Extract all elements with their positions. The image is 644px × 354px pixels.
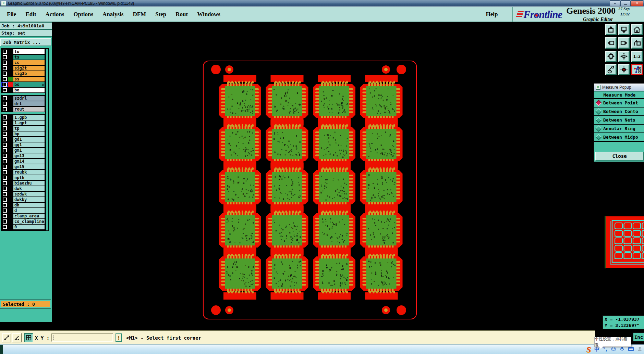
layer-row-drl[interactable]: drl <box>1 101 45 106</box>
layer-checkbox-clamp_area[interactable] <box>1 214 8 218</box>
layer-swatch-0[interactable] <box>8 225 13 229</box>
measure-popup-titlebar[interactable]: × Measure Popup <box>594 84 644 91</box>
net-highlight-button[interactable] <box>631 64 643 75</box>
menu-edit[interactable]: Edit <box>25 11 36 18</box>
layer-name-biaozhu[interactable]: biaozhu <box>13 181 45 186</box>
layer-row-szdwk[interactable]: szdwk <box>1 192 45 197</box>
layer-name-sig3b[interactable]: sig3b <box>13 71 45 76</box>
layer-row-cs_clampline[interactable]: cs_clampline <box>1 219 45 224</box>
home-view-button[interactable] <box>631 24 643 35</box>
overview-minimap[interactable] <box>605 212 644 271</box>
layer-swatch-gg1[interactable] <box>8 142 13 147</box>
layer-name-ss[interactable]: ss <box>13 77 45 81</box>
angle-measure-button[interactable] <box>12 333 22 342</box>
layer-checkbox-dwk[interactable] <box>1 186 8 191</box>
close-button[interactable]: × <box>631 0 643 6</box>
zoom-ratio-button[interactable]: 1:2 <box>631 51 643 62</box>
layer-checkbox-bs[interactable] <box>1 82 8 87</box>
layer-checkbox-gm1[interactable] <box>1 148 8 153</box>
layer-checkbox-sig3b[interactable] <box>1 71 8 76</box>
layer-swatch-gd1[interactable] <box>8 137 13 142</box>
zoom-out-button[interactable] <box>618 24 630 35</box>
measure-close-button[interactable]: Close <box>595 152 644 161</box>
layer-row-to[interactable]: to <box>1 49 45 54</box>
layer-row-dwk[interactable]: dwk <box>1 186 45 191</box>
layer-name-clamp_area[interactable]: clamp_area <box>13 214 45 218</box>
pcb-panel-canvas[interactable]: ccc0D8nD8cnDc0co08ccco8oco0coc0cno0n8n80… <box>202 60 418 321</box>
layer-checkbox-gd1[interactable] <box>1 137 8 142</box>
layer-name-1.gpt[interactable]: 1.gpt <box>13 121 45 125</box>
radio-diamond-icon[interactable] <box>595 134 602 140</box>
zoom-extents-button[interactable] <box>605 51 617 62</box>
layer-checkbox-npth[interactable] <box>1 175 8 180</box>
layer-checkbox-ts[interactable] <box>1 55 8 60</box>
layer-swatch-dwkby[interactable] <box>8 197 13 202</box>
layer-checkbox-gg1[interactable] <box>1 142 8 147</box>
layer-swatch-ts[interactable] <box>8 55 13 60</box>
layer-row-tp[interactable]: tp <box>1 126 45 131</box>
zoom-in-button[interactable] <box>605 24 617 35</box>
layer-list-scrollbar[interactable] <box>45 49 48 230</box>
layer-swatch-roubk[interactable] <box>8 170 13 175</box>
layer-row-0[interactable]: 0 <box>1 225 45 229</box>
layer-row-sig3b[interactable]: sig3b <box>1 71 45 76</box>
minimize-button[interactable]: – <box>610 0 620 6</box>
layer-checkbox-sig2t[interactable] <box>1 66 8 71</box>
radio-diamond-icon[interactable] <box>595 125 602 131</box>
layer-row-gm14[interactable]: gm14 <box>1 159 45 164</box>
layer-name-gm1[interactable]: gm1 <box>13 148 45 153</box>
layer-row-bs[interactable]: bs⊞ <box>1 82 45 87</box>
radio-diamond-icon[interactable] <box>595 108 602 114</box>
layer-name-dh[interactable]: dh <box>13 203 45 207</box>
layer-checkbox-to[interactable] <box>1 49 8 54</box>
xy-input[interactable] <box>51 333 113 342</box>
measure-option-2[interactable]: Between Nets <box>594 116 644 125</box>
select-mode-button[interactable] <box>2 333 11 342</box>
layer-swatch-1.gpb[interactable] <box>8 115 13 120</box>
layer-checkbox-cs_clampline[interactable] <box>1 219 8 224</box>
layer-name-dwk[interactable]: dwk <box>13 186 45 191</box>
grid-snap-button[interactable] <box>24 333 33 342</box>
layer-row-d[interactable]: d <box>1 208 45 213</box>
layer-swatch-d[interactable] <box>8 208 13 213</box>
layer-name-rout[interactable]: rout <box>13 107 45 112</box>
layer-name-drl[interactable]: drl <box>13 101 45 106</box>
inc-button[interactable]: Inc <box>633 332 644 342</box>
layer-name-0[interactable]: 0 <box>13 225 45 229</box>
layer-swatch-npth[interactable] <box>8 175 13 180</box>
layer-checkbox-gm13[interactable] <box>1 153 8 158</box>
layer-checkbox-cs[interactable] <box>1 60 8 65</box>
layer-swatch-dwk[interactable] <box>8 186 13 191</box>
layer-name-npth[interactable]: npth <box>13 175 45 180</box>
zoom-center-button[interactable] <box>618 51 630 62</box>
layer-swatch-tp[interactable] <box>8 126 13 131</box>
layer-swatch-dh[interactable] <box>8 203 13 207</box>
layer-name-szdrl[interactable]: szdrl <box>13 96 45 101</box>
layer-name-bp[interactable]: bp <box>13 131 45 136</box>
layer-row-gg1[interactable]: gg1 <box>1 142 45 147</box>
pan-right-button[interactable] <box>618 37 630 49</box>
menu-help[interactable]: Help <box>471 7 512 22</box>
menu-options[interactable]: Options <box>73 11 93 18</box>
layer-checkbox-ss[interactable] <box>1 77 8 81</box>
layer-name-gg1[interactable]: gg1 <box>13 142 45 147</box>
layer-name-sig2t[interactable]: sig2t <box>13 66 45 71</box>
radio-diamond-icon[interactable] <box>595 100 602 106</box>
ime-account-icon[interactable] <box>637 346 642 353</box>
layer-name-gm13[interactable]: gm13 <box>13 153 45 158</box>
layer-row-dwkby[interactable]: dwkby <box>1 197 45 202</box>
layer-row-sig2t[interactable]: sig2t <box>1 66 45 71</box>
layer-name-gm14[interactable]: gm14 <box>13 159 45 164</box>
layer-swatch-ss[interactable] <box>8 77 13 81</box>
layer-row-gm1[interactable]: gm1 <box>1 148 45 153</box>
layer-swatch-sig3b[interactable] <box>8 71 13 76</box>
layer-swatch-gm14[interactable] <box>8 159 13 164</box>
measure-option-3[interactable]: Annular Ring <box>594 125 644 133</box>
layer-row-clamp_area[interactable]: clamp_area <box>1 214 45 218</box>
layer-row-ts[interactable]: ts <box>1 55 45 60</box>
layer-checkbox-0[interactable] <box>1 225 8 229</box>
previous-view-button[interactable] <box>631 37 643 49</box>
layer-checkbox-bp[interactable] <box>1 131 8 136</box>
menu-rout[interactable]: Rout <box>175 11 188 18</box>
layer-checkbox-bo[interactable] <box>1 88 8 92</box>
